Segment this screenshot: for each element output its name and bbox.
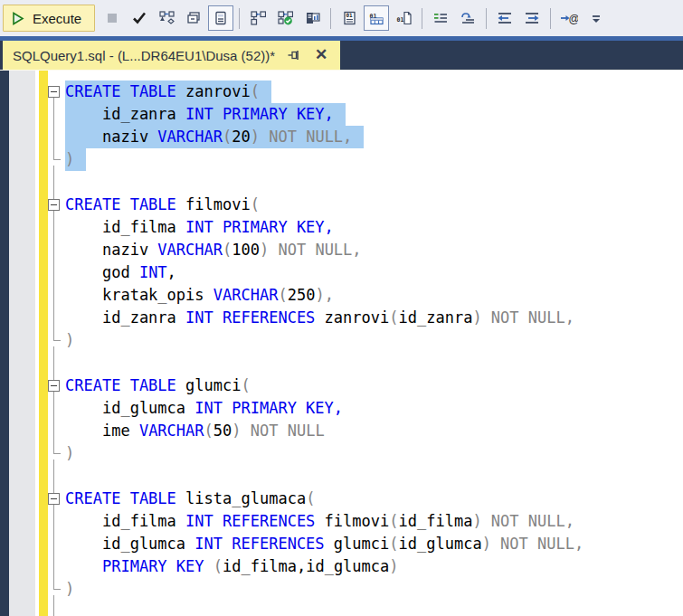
tab-sqlquery1[interactable]: SQLQuery1.sql - (L...DR64EU1\Dusa (52))*… <box>3 41 340 70</box>
code-line-text: ) <box>65 442 74 465</box>
code-line[interactable] <box>0 352 683 374</box>
code-line-text: CREATE TABLE filmovi( <box>65 194 260 216</box>
code-line[interactable]: ) <box>0 329 683 352</box>
pin-tab-icon[interactable] <box>286 47 302 63</box>
decrease-indent-icon <box>497 11 513 25</box>
close-tab-icon[interactable]: ✕ <box>313 47 329 63</box>
tab-title: SQLQuery1.sql - (L...DR64EU1\Dusa (52))* <box>13 48 275 63</box>
code-line[interactable]: id_glumca INT PRIMARY KEY, <box>0 397 683 420</box>
fold-line-indicator <box>48 555 65 578</box>
query-options-button[interactable] <box>181 5 206 31</box>
code-line[interactable]: kratak_opis VARCHAR(250), <box>0 284 683 307</box>
code-line-text: ) <box>65 329 74 352</box>
code-line[interactable]: id_zanra INT PRIMARY KEY, <box>0 103 683 126</box>
parse-check-icon <box>132 11 147 25</box>
query-toolbar: Execute 010101@ <box>0 0 683 36</box>
fold-line-indicator <box>48 510 65 533</box>
fold-collapse-icon[interactable] <box>48 374 65 397</box>
results-to-text-icon: 01 <box>342 11 357 25</box>
code-line[interactable]: naziv VARCHAR(20) NOT NULL, <box>0 126 683 148</box>
live-query-stats-button[interactable] <box>272 5 298 31</box>
comment-lines-button[interactable] <box>428 5 453 31</box>
template-parameters-button[interactable]: @ <box>556 5 582 31</box>
toolbar-overflow-icon <box>591 11 602 25</box>
comment-lines-icon <box>433 11 449 25</box>
code-line[interactable]: CREATE TABLE lista_glumaca( <box>0 488 683 510</box>
ssms-window: Execute 010101@ SQLQuery1.sql - (L...DR6… <box>0 0 683 616</box>
code-line[interactable]: id_filma INT PRIMARY KEY, <box>0 216 683 239</box>
code-line[interactable] <box>0 465 683 488</box>
code-line[interactable]: ) <box>0 148 683 171</box>
fold-line-indicator <box>48 103 65 126</box>
code-line[interactable]: ime VARCHAR(50) NOT NULL <box>0 420 683 442</box>
increase-indent-button[interactable] <box>519 5 545 31</box>
client-statistics-button[interactable] <box>299 5 325 31</box>
fold-line-indicator <box>48 533 65 555</box>
uncomment-lines-button[interactable] <box>455 5 480 31</box>
code-lines: CREATE TABLE zanrovi( id_zanra INT PRIMA… <box>0 71 683 616</box>
code-line[interactable]: PRIMARY KEY (id_filma,id_glumca) <box>0 555 683 578</box>
code-line-text: id_zanra INT REFERENCES zanrovi(id_zanra… <box>65 307 574 329</box>
fold-end-indicator <box>48 148 65 171</box>
code-line-text: CREATE TABLE glumci( <box>65 374 251 397</box>
code-line[interactable]: naziv VARCHAR(100) NOT NULL, <box>0 239 683 261</box>
intellisense-enabled-icon <box>213 11 228 25</box>
results-to-grid-icon: 01 <box>369 11 384 25</box>
results-to-text-button[interactable]: 01 <box>337 5 362 31</box>
code-line[interactable]: god INT, <box>0 261 683 284</box>
estimated-plan-button[interactable] <box>154 5 179 31</box>
sql-editor[interactable]: CREATE TABLE zanrovi( id_zanra INT PRIMA… <box>0 71 683 616</box>
cancel-query-button <box>100 5 125 31</box>
code-line[interactable]: CREATE TABLE filmovi( <box>0 194 683 216</box>
code-line[interactable]: id_glumca INT REFERENCES glumci(id_glumc… <box>0 533 683 555</box>
code-line-text: id_zanra INT PRIMARY KEY, <box>65 103 346 126</box>
code-line-text: PRIMARY KEY (id_filma,id_glumca) <box>65 555 399 578</box>
actual-plan-icon <box>251 11 266 25</box>
fold-line-indicator <box>48 126 65 148</box>
fold-line-indicator <box>48 216 65 239</box>
code-line-text: id_glumca INT PRIMARY KEY, <box>65 397 343 420</box>
execute-button[interactable]: Execute <box>3 5 95 32</box>
fold-line-indicator <box>48 284 65 307</box>
cancel-query-icon <box>105 11 119 25</box>
results-to-grid-button[interactable]: 01 <box>364 5 389 31</box>
fold-line-indicator <box>48 239 65 261</box>
code-line[interactable]: id_zanra INT REFERENCES zanrovi(id_zanra… <box>0 307 683 329</box>
template-parameters-icon: @ <box>560 11 578 25</box>
client-statistics-icon <box>305 11 320 25</box>
fold-line-indicator <box>48 420 65 442</box>
code-line-text: god INT, <box>65 261 176 284</box>
code-line[interactable] <box>0 171 683 194</box>
query-options-icon <box>186 11 201 25</box>
svg-text:01: 01 <box>346 12 353 18</box>
code-line-text: naziv VARCHAR(20) NOT NULL, <box>65 126 364 148</box>
toolbar-separator <box>486 8 487 29</box>
code-line[interactable]: CREATE TABLE glumci( <box>0 374 683 397</box>
fold-collapse-icon[interactable] <box>48 194 65 216</box>
code-line[interactable]: ) <box>0 442 683 465</box>
fold-line-indicator <box>48 261 65 284</box>
fold-collapse-icon[interactable] <box>48 81 65 103</box>
code-line-text: CREATE TABLE zanrovi( <box>65 81 271 103</box>
parse-check-button[interactable] <box>127 5 152 31</box>
actual-plan-button[interactable] <box>245 5 270 31</box>
fold-end-indicator <box>48 578 65 601</box>
results-to-file-button[interactable]: 01 <box>391 5 416 31</box>
intellisense-enabled-button[interactable] <box>208 5 233 31</box>
execute-play-icon <box>12 12 24 25</box>
fold-collapse-icon[interactable] <box>48 488 65 510</box>
toolbar-overflow-button[interactable] <box>583 5 609 31</box>
code-line[interactable]: id_filma INT REFERENCES filmovi(id_filma… <box>0 510 683 533</box>
code-line[interactable]: CREATE TABLE zanrovi( <box>0 81 683 103</box>
results-to-file-icon: 01 <box>396 11 412 25</box>
code-line[interactable]: ) <box>0 578 683 601</box>
fold-line-indicator <box>48 397 65 420</box>
fold-line-indicator <box>48 352 65 374</box>
code-line-text: id_glumca INT REFERENCES glumci(id_glumc… <box>65 533 583 555</box>
fold-line-indicator <box>48 307 65 329</box>
toolbar-separator <box>330 8 331 29</box>
decrease-indent-button[interactable] <box>492 5 517 31</box>
code-line-text: ) <box>65 578 74 601</box>
code-line-text: kratak_opis VARCHAR(250), <box>65 284 334 307</box>
code-line[interactable] <box>0 601 683 616</box>
